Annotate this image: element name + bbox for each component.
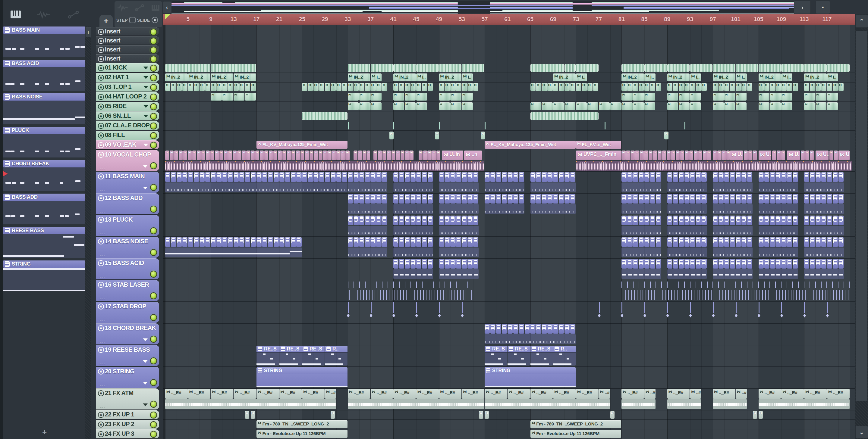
chevron-down-icon[interactable] [144,144,148,146]
audio-clip[interactable]: ⋈Fm - 789_TN_..SWEEP_LONG_2 [256,420,347,428]
vocal-chop-clip[interactable]: ⋈U..in [787,150,800,160]
pattern-strip-clip[interactable] [758,269,798,279]
fx-waveform-clip[interactable] [621,399,655,409]
insert-track-header[interactable]: AInsert [96,45,159,54]
audio-clip[interactable]: ⋈I.. [416,73,427,81]
pattern-labeled-clip[interactable]: RE..S [302,346,324,366]
track-type-icon[interactable]: A [98,238,104,244]
track-header-7[interactable]: A07 CLA..E DROP [96,121,159,130]
audio-loop-clip[interactable] [393,64,416,72]
fill-clip[interactable] [610,411,615,419]
mute-led[interactable] [150,103,157,110]
audio-loop-clip[interactable] [667,64,690,72]
track-header-5[interactable]: A05 RIDE [96,102,159,111]
track-header-21[interactable]: A21 FX ATM... [96,389,159,409]
mute-led[interactable] [150,74,157,81]
chopped-audio-clip[interactable] [758,93,793,101]
audio-clip[interactable]: ⋈I.. [736,73,747,81]
pattern-clip-group[interactable] [758,194,798,204]
track-header-23[interactable]: A23 FX UP 2 [96,420,159,429]
mute-led[interactable] [150,358,157,364]
pattern-header[interactable]: REESE BASS [3,227,85,234]
pattern-clip-group[interactable] [439,215,479,225]
pattern-strip-clip[interactable] [667,269,707,279]
audio-loop-clip[interactable] [564,64,576,72]
fx-waveform-clip[interactable] [165,399,336,409]
chevron-down-icon[interactable] [144,67,148,69]
pattern-clip-group[interactable] [667,194,707,204]
insert-lane[interactable] [163,45,855,54]
mute-led[interactable] [150,431,157,438]
insert-lane[interactable] [163,27,855,36]
audio-loop-clip[interactable] [644,64,667,72]
track-lane-17[interactable] [163,302,855,324]
pattern-strip-clip[interactable] [348,182,388,192]
pattern-strip-clip[interactable] [393,247,433,257]
chevron-down-icon[interactable] [144,76,148,79]
track-type-icon[interactable]: A [98,65,104,71]
mute-led[interactable] [150,227,157,234]
scroll-down-button[interactable]: ⌄ [855,426,868,438]
audio-clip[interactable]: ⋈IN..2 [667,73,690,81]
pattern-clip-group[interactable] [393,194,433,204]
pattern-strip-clip[interactable] [758,226,798,235]
track-type-icon[interactable]: A [98,123,104,129]
chopped-audio-clip[interactable] [804,102,838,110]
pattern-clip-group[interactable] [713,237,752,247]
track-options-dots[interactable]: ... [99,208,105,214]
pattern-clip-group[interactable] [393,237,433,247]
fill-clip[interactable] [481,132,485,139]
pattern-strip-clip[interactable] [804,226,844,235]
pattern-preview[interactable] [3,101,85,124]
pattern-clip-group[interactable] [621,215,661,225]
pattern-preview[interactable] [3,234,85,258]
stab-drop-clip[interactable] [416,302,417,323]
stab-drop-clip[interactable] [758,302,760,323]
pattern-clip-group[interactable] [758,237,798,247]
pattern-header[interactable]: BASS ADD [3,194,85,201]
audio-clip[interactable]: ⋈.._E# [713,389,735,399]
pattern-header[interactable]: BASS NOISE [3,93,85,101]
stab-drop-clip[interactable] [439,302,440,323]
track-type-icon[interactable]: A [98,142,104,148]
audio-clip[interactable]: ⋈.._E# [165,389,188,399]
chevron-down-icon[interactable] [143,338,148,341]
chevron-down-icon[interactable] [144,86,148,89]
pattern-item-reese-bass[interactable]: REESE BASS [3,227,85,258]
vertical-scrollbar[interactable]: ⌃ ⌄ [855,14,868,439]
chopped-audio-clip[interactable] [804,83,844,91]
insert-track-header[interactable]: AInsert [96,27,159,36]
pattern-clip-group[interactable] [758,215,798,225]
pattern-labeled-clip[interactable]: RE..S [279,346,302,366]
track-header-14[interactable]: A14 BASS NOISE... [96,237,159,258]
track-type-icon[interactable]: A [98,412,104,418]
vocal-chop-clip[interactable] [373,150,415,160]
pattern-item-bass-noise[interactable]: BASS NOISE [3,93,85,124]
pattern-preview[interactable] [3,268,85,291]
audio-clip[interactable]: ⋈IN..2 [211,73,233,81]
audio-clip[interactable]: ⋈.._E# [279,389,302,399]
pattern-clip-group[interactable] [713,259,752,269]
chopped-audio-clip[interactable] [804,93,838,101]
audio-loop-clip[interactable] [530,64,564,72]
chopped-audio-clip[interactable] [393,83,433,91]
pattern-clip-group[interactable] [621,194,661,204]
pattern-strip-clip[interactable] [439,226,479,235]
chopped-audio-clip[interactable] [211,93,256,101]
chopped-audio-clip[interactable] [713,102,747,110]
pattern-labeled-clip[interactable]: R.. [325,346,347,366]
audio-clip[interactable]: ⋈IN..2 [188,73,211,81]
audio-loop-clip[interactable] [416,64,439,72]
chevron-down-icon[interactable] [143,403,148,406]
pattern-strip-clip[interactable] [713,226,752,235]
audio-loop-clip[interactable] [530,112,598,120]
insert-lane[interactable] [163,36,855,45]
pattern-strip-clip[interactable] [804,182,844,192]
pattern-strip-clip[interactable] [348,204,388,214]
audio-clip[interactable]: ⋈.._E# [462,389,484,399]
vocal-chop-clip[interactable]: ⋈UVPC_.._Fmin [576,150,621,160]
mute-led[interactable] [150,206,157,212]
audio-clip[interactable]: ⋈.._E# [553,389,576,399]
audio-loop-clip[interactable] [165,64,210,72]
mute-led[interactable] [150,38,157,44]
